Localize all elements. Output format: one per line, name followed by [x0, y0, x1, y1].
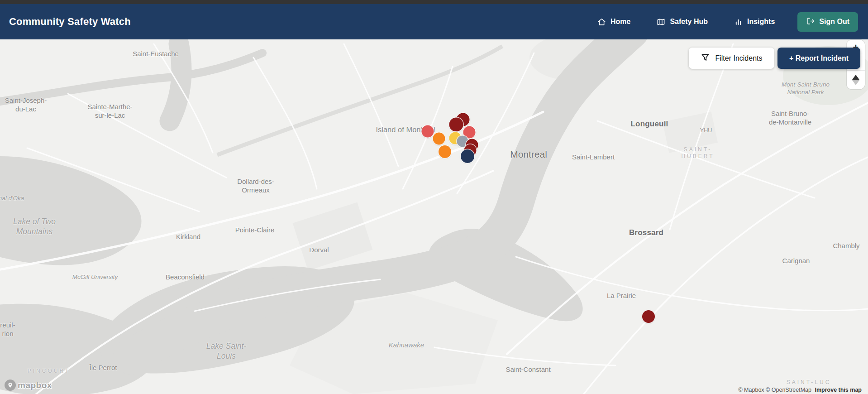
nav-item-label: Insights [747, 18, 775, 26]
incident-marker-orange[interactable] [439, 145, 451, 158]
incident-marker-darkred[interactable] [449, 118, 463, 132]
compass-button[interactable] [847, 70, 865, 89]
map-canvas[interactable]: Saint-EustacheSaint-Joseph- du-LacSainte… [0, 39, 868, 394]
compass-north-icon [852, 75, 859, 80]
nav-item-insights[interactable]: Insights [734, 18, 775, 26]
report-incident-button[interactable]: + Report Incident [777, 48, 860, 69]
mapbox-logo-text: mapbox [18, 380, 52, 390]
sign-out-icon [806, 17, 815, 27]
window-chrome-strip [0, 0, 868, 4]
sign-out-button[interactable]: Sign Out [797, 12, 858, 32]
map-icon [657, 18, 665, 26]
app-title: Community Safety Watch [9, 16, 131, 28]
mapbox-pin-icon [5, 380, 16, 391]
main-nav: Home Safety Hub Insights Sign Out [571, 12, 858, 32]
improve-map-link[interactable]: Improve this map [815, 387, 862, 393]
insights-icon [734, 18, 743, 26]
navbar: Community Safety Watch Home Safety Hub I… [0, 4, 868, 39]
incident-marker-navy[interactable] [461, 149, 474, 163]
incident-marker-orange[interactable] [433, 133, 445, 145]
filter-incidents-label: Filter Incidents [715, 54, 762, 62]
mapbox-attribution-link[interactable]: © Mapbox [738, 387, 764, 393]
basemap-graphics [0, 39, 868, 394]
compass-south-icon [852, 80, 859, 85]
filter-funnel-icon [701, 53, 710, 64]
home-icon [597, 18, 606, 26]
nav-item-label: Safety Hub [670, 18, 708, 26]
nav-item-safety-hub[interactable]: Safety Hub [657, 18, 708, 26]
filter-incidents-button[interactable]: Filter Incidents [689, 48, 774, 69]
map-attribution: © Mapbox © OpenStreetMap Improve this ma… [738, 387, 862, 393]
sign-out-label: Sign Out [819, 18, 849, 26]
incident-marker-red[interactable] [422, 125, 434, 138]
nav-item-home[interactable]: Home [597, 18, 630, 26]
nav-item-label: Home [610, 18, 630, 26]
osm-attribution-link[interactable]: © OpenStreetMap [766, 387, 811, 393]
incident-marker-darkred[interactable] [642, 310, 655, 323]
mapbox-logo[interactable]: mapbox [5, 380, 52, 391]
